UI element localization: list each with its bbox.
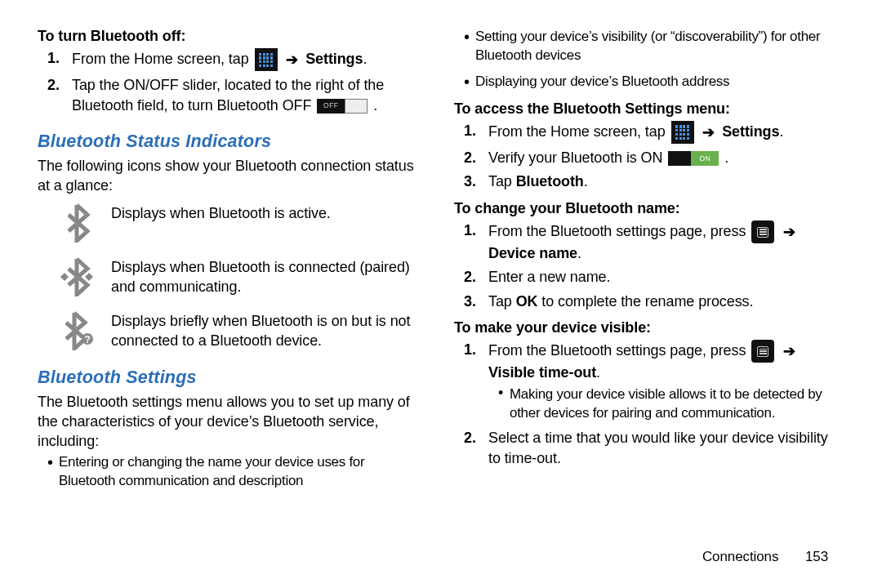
icon-description: Displays when Bluetooth is connected (pa… [111, 256, 423, 297]
footer-section: Connections [702, 549, 778, 564]
arrow-icon: ➔ [702, 122, 715, 142]
step-item: Enter a new name. [488, 267, 840, 287]
svg-text:?: ? [84, 334, 90, 345]
step-item: Tap OK to complete the rename process. [488, 292, 840, 311]
svg-marker-1 [85, 273, 93, 281]
step-item: From the Home screen, tap ➔ Settings. [72, 48, 423, 71]
visible-steps: From the Bluetooth settings page, press … [454, 340, 840, 468]
step-text: Tap [488, 293, 516, 310]
bluetooth-status-heading: Bluetooth Status Indicators [38, 130, 423, 154]
table-row: Displays when Bluetooth is active. [57, 203, 423, 243]
step-item: Select a time that you would like your d… [488, 428, 840, 468]
table-row: Displays when Bluetooth is connected (pa… [57, 256, 423, 297]
menu-icon [751, 220, 774, 243]
apps-icon [255, 48, 278, 71]
arrow-icon: ➔ [783, 341, 795, 361]
change-name-steps: From the Bluetooth settings page, press … [454, 220, 840, 311]
icon-description: Displays briefly when Bluetooth is on bu… [111, 310, 423, 351]
turn-off-heading: To turn Bluetooth off: [38, 26, 423, 46]
step-text: Tap [488, 173, 516, 189]
on-slider-icon: ON [668, 151, 719, 166]
page-number: 153 [805, 548, 828, 567]
svg-marker-0 [60, 273, 69, 281]
step-text: From the Bluetooth settings page, press [488, 342, 750, 359]
arrow-icon: ➔ [286, 50, 298, 69]
change-name-heading: To change your Bluetooth name: [454, 198, 840, 218]
bluetooth-icon-table: Displays when Bluetooth is active. Displ… [57, 203, 423, 351]
page-body: To turn Bluetooth off: From the Home scr… [0, 0, 882, 547]
settings-intro: The Bluetooth settings menu allows you t… [38, 392, 423, 452]
access-heading: To access the Bluetooth Settings menu: [454, 99, 840, 118]
list-item: Displaying your device’s Bluetooth addre… [475, 73, 840, 91]
step-item: From the Bluetooth settings page, press … [488, 340, 840, 423]
bluetooth-active-icon [57, 203, 96, 243]
step-item: From the Bluetooth settings page, press … [488, 220, 840, 263]
settings-bullets-cont: Setting your device’s visibility (or “di… [454, 28, 840, 91]
step-item: Tap Bluetooth. [488, 172, 840, 191]
access-steps: From the Home screen, tap ➔ Settings. Ve… [454, 121, 840, 192]
off-slider-icon: OFF [317, 99, 368, 114]
settings-label: Settings [722, 123, 779, 140]
list-item: Making your device visible allows it to … [510, 385, 840, 423]
bluetooth-label: Bluetooth [516, 173, 584, 189]
sub-bullets: Making your device visible allows it to … [488, 385, 840, 423]
visible-timeout-label: Visible time-out [488, 364, 596, 381]
right-column: Setting your device’s visibility (or “di… [454, 26, 840, 547]
step-item: Verify your Bluetooth is ON ON . [488, 148, 840, 167]
step-text: Verify your Bluetooth is ON [488, 149, 666, 166]
step-item: Tap the ON/OFF slider, located to the ri… [72, 75, 423, 115]
arrow-icon: ➔ [783, 222, 795, 242]
ok-label: OK [516, 293, 538, 310]
settings-bullets: Entering or changing the name your devic… [38, 453, 423, 491]
page-footer: Connections 153 [702, 548, 828, 567]
step-text: From the Home screen, tap [488, 123, 670, 140]
table-row: ? Displays briefly when Bluetooth is on … [57, 310, 423, 351]
step-text: From the Home screen, tap [72, 51, 253, 67]
visible-heading: To make your device visible: [454, 318, 840, 337]
step-text: to complete the rename process. [537, 293, 753, 310]
bluetooth-searching-icon: ? [57, 310, 96, 351]
step-item: From the Home screen, tap ➔ Settings. [488, 121, 840, 144]
list-item: Entering or changing the name your devic… [59, 453, 423, 491]
indicators-intro: The following icons show your Bluetooth … [38, 156, 423, 196]
step-text: From the Bluetooth settings page, press [488, 223, 750, 239]
apps-icon [671, 121, 694, 144]
settings-label: Settings [305, 51, 363, 67]
device-name-label: Device name [488, 245, 577, 261]
bluetooth-settings-heading: Bluetooth Settings [38, 366, 423, 390]
left-column: To turn Bluetooth off: From the Home scr… [38, 26, 423, 547]
list-item: Setting your device’s visibility (or “di… [475, 28, 840, 65]
icon-description: Displays when Bluetooth is active. [111, 203, 423, 223]
menu-icon [751, 340, 774, 363]
bluetooth-connected-icon [57, 256, 96, 297]
turn-off-steps: From the Home screen, tap ➔ Settings. Ta… [38, 48, 423, 115]
